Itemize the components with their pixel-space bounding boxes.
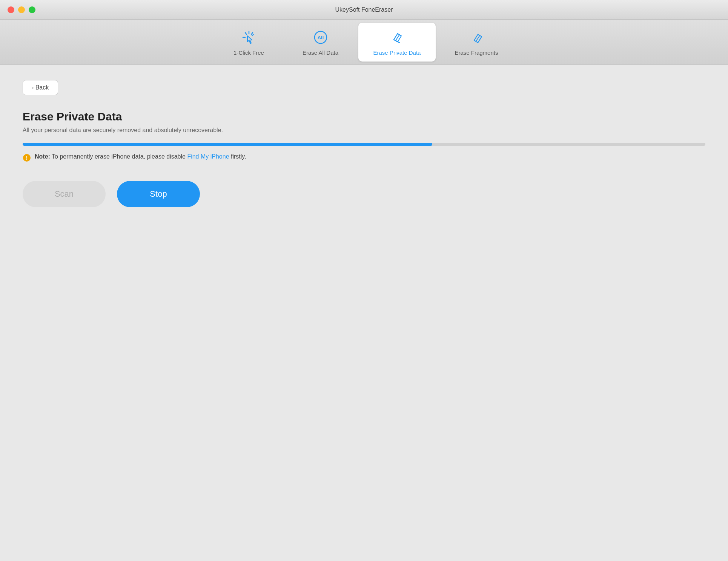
- tab-one-click-free[interactable]: 1-Click Free: [215, 23, 283, 62]
- back-chevron-icon: ‹: [32, 85, 34, 91]
- progress-bar-container: [23, 143, 705, 146]
- tab-erase-fragments[interactable]: Erase Fragments: [439, 23, 513, 62]
- minimize-button[interactable]: [18, 6, 25, 13]
- section-subtitle: All your personal data are securely remo…: [23, 127, 705, 134]
- tab-erase-private-data-label: Erase Private Data: [373, 49, 421, 56]
- window-title: UkeySoft FoneEraser: [335, 6, 393, 13]
- svg-text:All: All: [317, 35, 324, 40]
- note-suffix: firstly.: [229, 153, 246, 160]
- tab-erase-fragments-label: Erase Fragments: [455, 49, 498, 56]
- note-body: To permanently erase iPhone data, please…: [50, 153, 187, 160]
- one-click-free-icon: [240, 28, 258, 46]
- close-button[interactable]: [8, 6, 14, 13]
- buttons-row: Scan Stop: [23, 181, 705, 207]
- erase-fragments-icon: [467, 28, 485, 46]
- svg-text:!: !: [26, 155, 28, 161]
- scan-button[interactable]: Scan: [23, 181, 106, 207]
- svg-line-1: [251, 32, 253, 34]
- window-controls: [8, 6, 35, 13]
- svg-line-2: [245, 32, 247, 34]
- warning-icon: !: [23, 154, 31, 162]
- tab-erase-all-data[interactable]: All Erase All Data: [287, 23, 355, 62]
- find-my-iphone-link[interactable]: Find My iPhone: [187, 153, 229, 160]
- stop-button[interactable]: Stop: [117, 181, 200, 207]
- note-text: Note: To permanently erase iPhone data, …: [35, 153, 246, 160]
- nav-tabs: 1-Click Free All Erase All Data Erase Pr…: [0, 20, 728, 65]
- maximize-button[interactable]: [29, 6, 35, 13]
- section-title: Erase Private Data: [23, 110, 705, 123]
- back-button-label: Back: [35, 84, 49, 91]
- main-content: ‹ Back Erase Private Data All your perso…: [0, 65, 728, 561]
- erase-all-data-icon: All: [312, 28, 330, 46]
- tab-erase-all-data-label: Erase All Data: [303, 49, 338, 56]
- note-bold: Note:: [35, 153, 50, 160]
- svg-line-4: [252, 34, 253, 36]
- erase-private-data-icon: [388, 28, 406, 46]
- back-button[interactable]: ‹ Back: [23, 80, 58, 95]
- titlebar: UkeySoft FoneEraser: [0, 0, 728, 20]
- progress-bar-fill: [23, 143, 432, 146]
- tab-one-click-free-label: 1-Click Free: [233, 49, 264, 56]
- note-row: ! Note: To permanently erase iPhone data…: [23, 153, 705, 162]
- tab-erase-private-data[interactable]: Erase Private Data: [358, 23, 436, 62]
